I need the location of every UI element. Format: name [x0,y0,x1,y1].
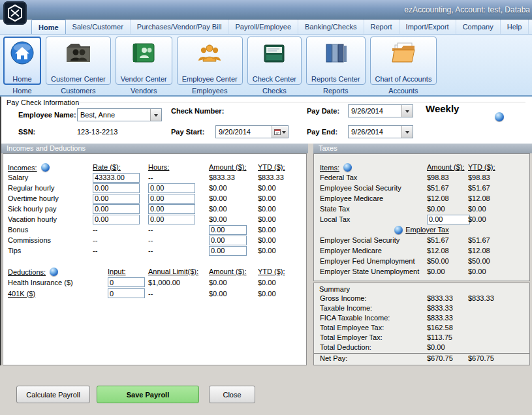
tab-company[interactable]: Company [456,20,501,34]
globe-help-icon[interactable] [343,163,352,172]
tab-payroll-employee[interactable]: Payroll/Employee [228,20,298,34]
items-title: Items: [320,164,339,172]
salary-rate-input[interactable] [93,173,140,183]
employer-tax-title: Employer Tax [405,226,448,234]
form-area: Pay Check Information Employee Name: Bes… [0,97,532,365]
tips-amount-input[interactable] [209,246,247,256]
summary-row-net-pay: Net Pay:$670.75$670.75 [314,353,529,363]
tab-banking-checks[interactable]: Banking/Checks [298,20,364,34]
deductions-header-row: Deductions:Input:Annual Limit($):Amount … [3,266,306,277]
tips-rate: -- [93,247,97,254]
tab-sales-customer[interactable]: Sales/Customer [66,20,131,34]
summary-panel: Summary Gross Income:$833.33$833.33Taxab… [313,283,530,365]
employee-medicare-ytd: $12.08 [468,194,490,202]
chevron-down-icon[interactable] [401,105,413,117]
sick-hourly-pay-amount: $0.00 [209,205,227,213]
income-label: Salary [3,174,93,181]
tax-row-employer-social-security: Employer Social Security$51.67$51.67 [314,235,529,245]
tab-report[interactable]: Report [364,20,399,34]
tax-row-employee-medicare: Employee Medicare$12.08$12.08 [314,193,529,204]
income-row-sick-hourly-pay: Sick hourly pay$0.00$0.00 [3,204,306,214]
employer-medicare-ytd: $12.08 [468,247,490,254]
paycheck-section: Pay Check Information Employee Name: Bes… [1,97,532,144]
health-insurance-input-input[interactable] [108,277,145,287]
overtime-hourly-rate-input[interactable] [93,194,140,204]
vacation-hourly-ytd: $0.00 [258,215,276,223]
pay-end-select[interactable]: 9/26/2014 [348,125,413,138]
employee-medicare-amount: $12.08 [427,194,449,202]
toolbar-button-employee-center[interactable]: Employee Center [177,37,243,85]
tab-purchases-vendor-pay-bill[interactable]: Purchases/Vendor/Pay Bill [131,20,229,34]
employee-name-select[interactable]: Best, Anne [77,108,162,121]
globe-help-icon[interactable] [495,112,504,121]
calculate-payroll-button[interactable]: Calculate Payroll [16,386,90,403]
local-tax-amount-input[interactable] [427,215,470,224]
deduction-label[interactable]: 401K ($) [3,290,108,298]
regular-hourly-hours-input[interactable] [148,183,195,193]
salary-amount: $833.33 [209,174,235,181]
vacation-hourly-hours-input[interactable] [148,215,195,224]
globe-help-icon[interactable] [41,163,50,172]
sick-hourly-pay-rate-input[interactable] [93,204,140,214]
ssn-value: 123-13-2213 [77,128,117,136]
pay-date-select[interactable]: 9/26/2014 [348,104,413,117]
check-center-icon [260,39,289,67]
pay-start-datepicker[interactable]: 9/20/2014 [215,125,289,138]
tax-label: Employer Social Security [314,236,427,244]
federal-tax-ytd: $98.83 [468,174,490,181]
tax-row-employer-fed-unemployment: Employer Fed Unemployment$50.00$50.00 [314,256,529,266]
pay-frequency-label: Weekly [426,103,459,114]
globe-help-icon[interactable] [394,226,403,234]
employer-fed-unemployment-amount: $50.00 [427,257,449,265]
toolbar-button-home[interactable]: Home [3,37,41,85]
column-header-rate: Rate ($): [93,163,148,171]
tab-import-export[interactable]: Import/Export [399,20,456,34]
tax-label: State Tax [314,205,427,213]
toolbar-button-customer-center[interactable]: Customer Center [46,37,111,85]
toolbar-button-chart-of-accounts[interactable]: Chart of Accounts [370,37,437,85]
commissions-rate: -- [93,236,97,244]
vacation-hourly-rate-input[interactable] [93,215,140,224]
calendar-icon[interactable] [272,126,288,138]
toolbar-item-accounts: Chart of AccountsAccounts [370,37,437,95]
toolbar-button-vendor-center[interactable]: Vendor Center [116,37,172,85]
tab-home[interactable]: Home [31,20,66,34]
regular-hourly-rate-input[interactable] [93,183,140,193]
pay-start-label: Pay Start: [171,128,204,136]
state-tax-amount: $0.00 [427,205,445,213]
summary-row-total-employee-tax: Total Employee Tax:$162.58 [314,322,529,332]
close-button[interactable]: Close [209,386,255,403]
chevron-down-icon[interactable] [401,126,413,138]
tax-label: Employer Medicare [314,247,427,254]
tab-help[interactable]: Help [501,20,529,34]
toolbar-button-reports-center[interactable]: Reports Center [306,37,366,85]
overtime-hourly-hours-input[interactable] [148,194,195,204]
commissions-amount-input[interactable] [209,236,247,245]
sick-hourly-pay-ytd: $0.00 [258,205,276,213]
employer-state-unemployment-ytd: $0.00 [468,268,486,275]
toolbar: HomeHomeCustomer CenterCustomersVendor C… [0,35,532,97]
employer-tax-header: Employer Tax [314,224,529,235]
summary-label: Total Employee Tax: [314,324,427,331]
toolbar-item-sublabel: Checks [262,87,287,95]
401k-ytd: $0.00 [258,290,276,298]
globe-help-icon[interactable] [50,268,58,276]
save-payroll-button[interactable]: Save Payroll [97,386,199,403]
income-row-tips: Tips----$0.00 [3,245,306,256]
gross-income-ytd: $833.33 [468,294,529,302]
income-label: Tips [3,247,93,254]
taxes-panel: Items:Amount ($):YTD ($):Federal Tax$98.… [313,153,530,281]
sick-hourly-pay-hours-input[interactable] [148,204,195,214]
401k-input-input[interactable] [108,288,145,298]
toolbar-button-check-center[interactable]: Check Center [247,37,302,85]
deductions-grid: Deductions:Input:Annual Limit($):Amount … [3,266,306,299]
tax-label: Local Tax [314,215,427,223]
summary-row-total-employer-tax: Total Employer Tax:$113.75 [314,332,529,342]
window-title: ezAccounting, Account: test, Databa [404,5,530,14]
income-row-salary: Salary--$833.33$833.33 [3,172,306,183]
bonus-amount-input[interactable] [209,225,247,235]
app-logo-icon[interactable] [3,1,27,25]
chevron-down-icon[interactable] [150,109,161,121]
toolbar-item-sublabel: Reports [323,87,349,95]
groupbox-line [78,102,525,102]
